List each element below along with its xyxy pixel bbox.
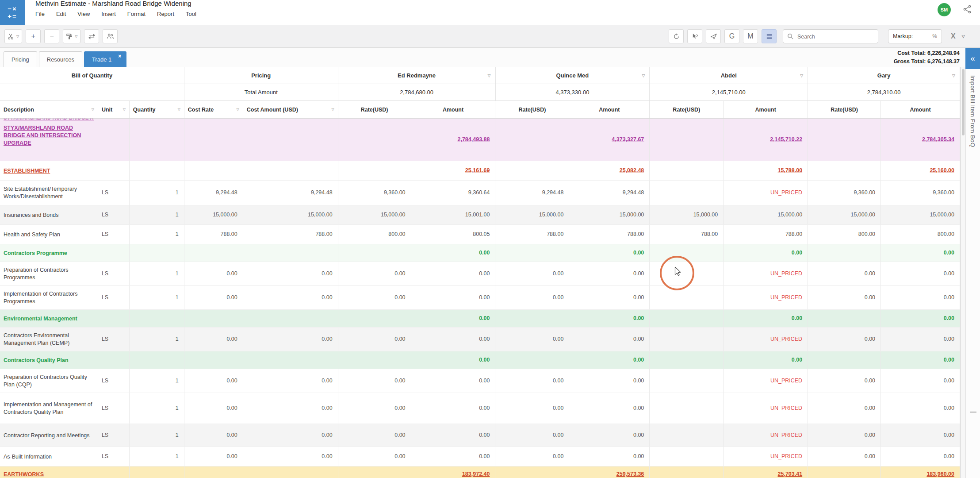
cell-6-amount_2[interactable]: 0.00 — [569, 262, 650, 285]
cell-14-amount_2[interactable]: 0.00 — [569, 447, 650, 466]
cell-6-rate_3[interactable] — [650, 262, 724, 285]
cell-4-description[interactable]: Health and Safety Plan — [0, 225, 98, 244]
cell-0-amount_3[interactable]: 2,145,710.22 — [724, 119, 808, 161]
cell-0-quantity[interactable] — [130, 119, 184, 161]
cell-8-description[interactable]: Environmental Management — [0, 310, 98, 327]
menu-insert[interactable]: Insert — [101, 11, 116, 17]
cell-10-amount_1[interactable]: 0.00 — [411, 351, 496, 369]
cell-9-amount_1[interactable]: 0.00 — [411, 328, 496, 351]
cell-7-amount_3[interactable]: UN_PRICED — [724, 286, 808, 309]
cell-11-unit[interactable]: LS — [98, 369, 130, 393]
cell-6-rate_4[interactable]: 0.00 — [808, 262, 881, 285]
import-bill-label[interactable]: Import Bill Item From BoQ — [969, 75, 976, 147]
avatar[interactable]: SM — [938, 3, 951, 16]
cell-1-description[interactable]: ESTABLISHMENT — [0, 161, 98, 180]
cell-10-unit[interactable] — [98, 351, 130, 369]
cell-14-rate_3[interactable] — [650, 447, 724, 466]
cell-14-amount_1[interactable]: 0.00 — [411, 447, 496, 466]
cell-1-cost_rate[interactable] — [184, 161, 243, 180]
dropdown-icon[interactable]: ▽ — [642, 73, 645, 78]
cell-3-unit[interactable]: LS — [98, 205, 130, 224]
cell-3-amount_4[interactable]: 15,000.00 — [881, 205, 960, 224]
cell-11-rate_3[interactable] — [650, 369, 724, 393]
cell-10-quantity[interactable] — [130, 351, 184, 369]
cell-2-amount_2[interactable]: 9,294.48 — [569, 181, 650, 205]
cell-4-amount_4[interactable]: 800.00 — [881, 225, 960, 244]
cell-0-amount_4[interactable]: 2,784,305.34 — [881, 119, 960, 161]
cell-3-rate_1[interactable]: 15,000.00 — [338, 205, 411, 224]
cell-7-unit[interactable]: LS — [98, 286, 130, 309]
cell-5-description[interactable]: Contractors Programme — [0, 244, 98, 262]
cell-9-rate_4[interactable]: 0.00 — [808, 328, 881, 351]
add-row-button[interactable]: + — [26, 29, 41, 43]
cell-6-cost_rate[interactable]: 0.00 — [184, 262, 243, 285]
list-view-button[interactable] — [762, 29, 777, 43]
cell-15-cost_amount[interactable] — [243, 466, 338, 478]
cell-0-unit[interactable] — [98, 119, 130, 161]
cell-15-amount_4[interactable]: 183,960.00 — [881, 466, 960, 478]
cell-5-cost_rate[interactable] — [184, 244, 243, 262]
cell-3-rate_2[interactable]: 15,000.00 — [495, 205, 569, 224]
cell-11-amount_3[interactable]: UN_PRICED — [724, 369, 808, 393]
cell-13-rate_3[interactable] — [650, 424, 724, 447]
cell-12-rate_2[interactable]: 0.00 — [495, 393, 569, 424]
cell-8-amount_1[interactable]: 0.00 — [411, 310, 496, 327]
dropdown-icon[interactable]: ▽ — [800, 73, 803, 78]
cell-7-rate_3[interactable] — [650, 286, 724, 309]
cell-13-rate_1[interactable]: 0.00 — [338, 424, 411, 447]
cell-6-unit[interactable]: LS — [98, 262, 130, 285]
cell-7-description[interactable]: Implementation of Contractors Programmes — [0, 286, 98, 309]
cell-0-rate_1[interactable] — [338, 119, 411, 161]
cell-9-amount_3[interactable]: UN_PRICED — [724, 328, 808, 351]
cell-15-amount_1[interactable]: 183,972.40 — [411, 466, 496, 478]
format-painter-button[interactable]: ▽ — [63, 29, 80, 43]
cell-3-amount_3[interactable]: 15,000.00 — [724, 205, 808, 224]
cell-1-unit[interactable] — [98, 161, 130, 180]
cell-4-rate_4[interactable]: 800.00 — [808, 225, 881, 244]
menu-edit[interactable]: Edit — [56, 11, 66, 17]
cell-4-unit[interactable]: LS — [98, 225, 130, 244]
send-button[interactable] — [706, 29, 721, 43]
cell-0-rate_3[interactable] — [650, 119, 724, 161]
cell-6-quantity[interactable]: 1 — [130, 262, 184, 285]
cell-1-amount_2[interactable]: 25,082.48 — [569, 161, 650, 180]
cell-10-amount_4[interactable]: 0.00 — [881, 351, 960, 369]
cell-11-rate_4[interactable]: 0.00 — [808, 369, 881, 393]
cell-1-rate_2[interactable] — [495, 161, 569, 180]
group-header-abdel[interactable]: Abdel▽ — [650, 67, 808, 84]
column-header-rate_1[interactable]: Rate(USD) — [338, 101, 411, 118]
cell-3-cost_amount[interactable]: 15,000.00 — [243, 205, 338, 224]
column-header-cost_rate[interactable]: Cost Rate▽ — [184, 101, 243, 118]
cell-4-cost_rate[interactable]: 788.00 — [184, 225, 243, 244]
dropdown-icon[interactable]: ▽ — [962, 34, 965, 39]
column-header-amount_2[interactable]: Amount — [569, 101, 650, 118]
cell-3-amount_1[interactable]: 15,001.00 — [411, 205, 496, 224]
cell-6-amount_4[interactable]: 0.00 — [881, 262, 960, 285]
cell-15-amount_3[interactable]: 25,703.41 — [724, 466, 808, 478]
cell-8-amount_3[interactable]: 0.00 — [724, 310, 808, 327]
column-header-description[interactable]: Description▽ — [0, 101, 98, 118]
cell-1-rate_4[interactable] — [808, 161, 881, 180]
dropdown-icon[interactable]: ▽ — [488, 73, 491, 78]
search-input[interactable] — [796, 30, 876, 43]
cell-1-quantity[interactable] — [130, 161, 184, 180]
cell-11-amount_1[interactable]: 0.00 — [411, 369, 496, 393]
import-bill-strip[interactable]: Import Bill Item From BoQ — [965, 69, 980, 478]
cell-12-unit[interactable]: LS — [98, 393, 130, 424]
cell-11-cost_amount[interactable]: 0.00 — [243, 369, 338, 393]
select-mode-button[interactable] — [687, 29, 702, 43]
column-header-cost_amount[interactable]: Cost Amount (USD)▽ — [243, 101, 338, 118]
column-header-amount_3[interactable]: Amount — [724, 101, 808, 118]
cell-13-amount_2[interactable]: 0.00 — [569, 424, 650, 447]
cell-0-rate_4[interactable] — [808, 119, 881, 161]
column-header-amount_1[interactable]: Amount — [411, 101, 496, 118]
cell-10-rate_1[interactable] — [338, 351, 411, 369]
cell-9-cost_rate[interactable]: 0.00 — [184, 328, 243, 351]
cell-6-description[interactable]: Preparation of Contractors Programmes — [0, 262, 98, 285]
cell-10-description[interactable]: Contractors Quality Plan — [0, 351, 98, 369]
cell-11-rate_1[interactable]: 0.00 — [338, 369, 411, 393]
cell-4-amount_1[interactable]: 800.05 — [411, 225, 496, 244]
cell-2-quantity[interactable]: 1 — [130, 181, 184, 205]
cell-12-rate_4[interactable]: 0.00 — [808, 393, 881, 424]
cell-14-amount_3[interactable]: UN_PRICED — [724, 447, 808, 466]
